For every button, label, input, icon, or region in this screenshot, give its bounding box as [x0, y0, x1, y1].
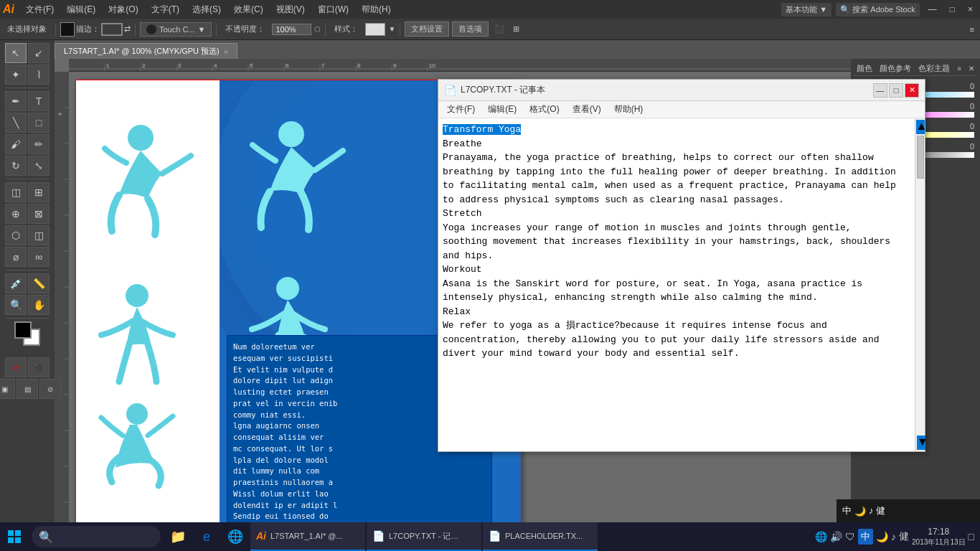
gradient-btn[interactable]: ▤ [17, 379, 38, 399]
style-swatch[interactable] [365, 23, 385, 36]
menu-edit[interactable]: 编辑(E) [61, 2, 101, 17]
np-menu-view[interactable]: 查看(V) [567, 102, 607, 117]
taskbar-app-placeholder[interactable]: 📄 PLACEHOLDER.TX... [483, 522, 598, 551]
window-maximize[interactable]: □ [946, 4, 959, 14]
basic-mode[interactable]: 基本功能 ▼ [781, 3, 831, 17]
taskbar-search-input[interactable] [57, 532, 154, 541]
reflect-tool[interactable]: ◫ [28, 225, 50, 245]
prefs-btn[interactable]: 首选项 [452, 22, 489, 37]
taskbar-search-box[interactable]: 🔍 [32, 526, 161, 547]
paintbrush-tool[interactable]: 🖌 [5, 134, 27, 154]
pen-tool[interactable]: ✒ [5, 91, 27, 111]
measure-tool[interactable]: 📏 [28, 273, 50, 293]
line-tool[interactable]: ╲ [5, 113, 27, 133]
notepad-maximize[interactable]: □ [889, 83, 903, 98]
notification-icon[interactable]: □ [969, 531, 974, 542]
music-icon[interactable]: ♪ [891, 531, 896, 542]
moon-icon[interactable]: 🌙 [876, 531, 888, 542]
gradient-tool[interactable]: ◫ [5, 182, 27, 202]
notepad-minimize[interactable]: — [873, 83, 887, 98]
tab-close-btn[interactable]: × [224, 47, 228, 56]
arrange-icon[interactable]: ⬛ [491, 24, 507, 34]
stroke-color[interactable] [101, 23, 123, 36]
notepad-titlebar[interactable]: 📄 L7COPY.TXT - 记事本 — □ ✕ [438, 80, 925, 101]
menu-effect[interactable]: 效果(C) [228, 2, 269, 17]
stroke-arrows[interactable]: ⇄ [124, 24, 131, 34]
tool-sep-1 [6, 88, 49, 88]
eyedropper-tool[interactable]: 💉 [5, 273, 27, 293]
scrollbar-up-btn[interactable]: ▲ [916, 120, 925, 134]
lasso-tool[interactable]: ⌇ [28, 65, 50, 85]
no-fill-btn[interactable]: ⊘ [39, 379, 61, 399]
color-mode[interactable]: ⬛ [28, 357, 50, 377]
tool-row-5: 🖌 ✏ [5, 134, 50, 154]
notepad-scrollbar[interactable]: ▲ ▼ [915, 118, 925, 451]
live-paint-tool[interactable]: ⊠ [28, 204, 50, 224]
rotate-tool[interactable]: ↻ [5, 156, 27, 176]
touch-dropdown[interactable]: Touch C... ▼ [140, 22, 212, 37]
scale-tool[interactable]: ⤡ [28, 156, 50, 176]
blend-tool[interactable]: ∞ [28, 247, 50, 267]
window-minimize[interactable]: — [924, 4, 941, 14]
direct-select-tool[interactable]: ↙ [28, 43, 50, 63]
style-arrow[interactable]: ▼ [388, 25, 395, 33]
menu-object[interactable]: 对象(O) [103, 2, 143, 17]
network-icon[interactable]: 🌐 [815, 531, 827, 542]
active-tab[interactable]: L7START_1.AI* @ 100% (CMYK/GPU 预选) × [55, 43, 237, 59]
hand-tool[interactable]: ✋ [28, 295, 50, 315]
taskbar-pinned-browser-1[interactable]: e [192, 522, 221, 551]
menu-window[interactable]: 窗口(W) [312, 2, 354, 17]
menu-view[interactable]: 视图(V) [270, 2, 311, 17]
taskbar-app-ai[interactable]: Ai L7START_1.AI* @... [250, 522, 365, 551]
adobe-stock-search[interactable]: 🔍 搜索 Adobe Stock [836, 3, 920, 17]
fill-btn[interactable]: ▣ [0, 379, 15, 399]
window-close[interactable]: × [963, 4, 977, 14]
np-menu-format[interactable]: 格式(O) [524, 102, 565, 117]
search-icon: 🔍 [39, 530, 53, 544]
doc-setup-btn[interactable]: 文档设置 [405, 22, 449, 37]
extra-icon[interactable]: ⊞ [510, 24, 522, 34]
opacity-label: 不透明度： [221, 22, 269, 36]
rect-tool[interactable]: □ [28, 113, 50, 133]
np-menu-file[interactable]: 文件(F) [441, 102, 481, 117]
mesh-tool[interactable]: ⊞ [28, 182, 50, 202]
clock[interactable]: 17:18 2013年11月13日 [912, 527, 966, 547]
stroke-label: 描边： [76, 24, 100, 34]
menu-text[interactable]: 文字(T) [146, 2, 185, 17]
scrollbar-dn-btn[interactable]: ▼ [917, 435, 925, 450]
speaker-icon[interactable]: 🔊 [830, 531, 842, 542]
menu-select[interactable]: 选择(S) [187, 2, 227, 17]
menu-file[interactable]: 文件(F) [20, 2, 60, 17]
taskbar-pinned-browser-2[interactable]: 🌐 [221, 522, 250, 551]
more-options[interactable]: ≡ [967, 25, 977, 34]
overlay-line-16: Sendip eui tionsed do [233, 511, 486, 522]
np-menu-help[interactable]: 帮助(H) [608, 102, 649, 117]
taskbar-pinned-file[interactable]: 📁 [164, 522, 192, 551]
menu-help[interactable]: 帮助(H) [356, 2, 397, 17]
antivirus-icon[interactable]: 🛡 [845, 531, 855, 542]
zoom-tool[interactable]: 🔍 [5, 295, 27, 315]
fill-color[interactable] [60, 22, 75, 37]
panel-menu-btn[interactable]: » [957, 65, 961, 72]
width-tool[interactable]: ⌀ [5, 247, 27, 267]
notepad-close[interactable]: ✕ [905, 83, 919, 98]
np-menu-edit[interactable]: 编辑(E) [482, 102, 522, 117]
start-button[interactable] [0, 522, 29, 551]
opacity-input[interactable] [272, 24, 311, 35]
input-method[interactable]: 中 [858, 529, 873, 545]
select-tool[interactable]: ↖ [5, 43, 27, 63]
text-tool[interactable]: T [28, 91, 50, 111]
taskbar-app-notepad[interactable]: 📄 L7COPY.TXT - 记… [367, 522, 481, 551]
notepad-text-area[interactable]: Transform Yoga Breathe Pranayama, the yo… [438, 118, 925, 451]
panel-close-btn[interactable]: ✕ [969, 65, 974, 72]
none-color[interactable]: ⊘ [5, 357, 27, 377]
scrollbar-thumb[interactable] [917, 136, 924, 179]
magic-wand-tool[interactable]: ✦ [5, 65, 27, 85]
foreground-color[interactable] [14, 321, 32, 339]
pencil-tool[interactable]: ✏ [28, 134, 50, 154]
svg-text:8: 8 [357, 62, 361, 69]
svg-text:4: 4 [57, 113, 62, 116]
health-icon[interactable]: 健 [899, 530, 909, 543]
perspective-tool[interactable]: ⬡ [5, 225, 27, 245]
shape-builder-tool[interactable]: ⊕ [5, 204, 27, 224]
